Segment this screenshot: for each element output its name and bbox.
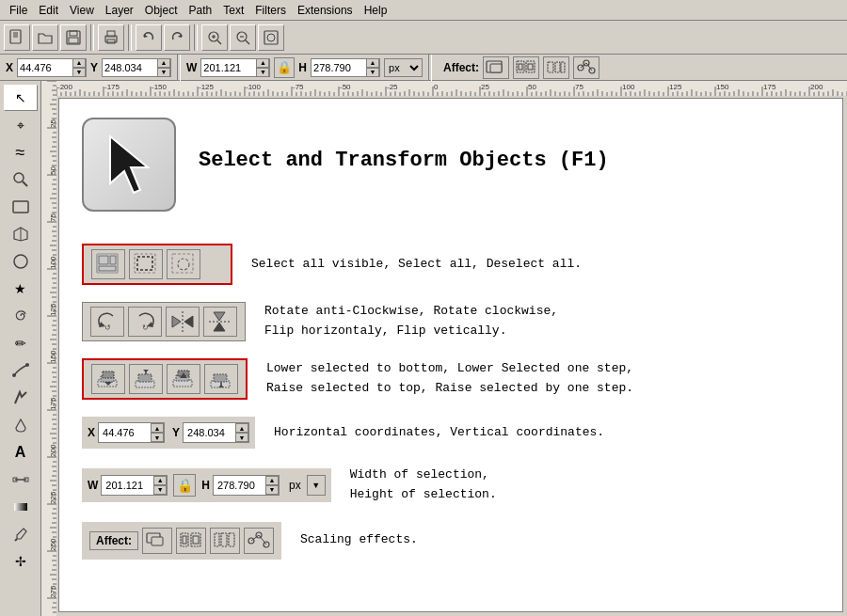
tool-paint-bucket[interactable] xyxy=(4,412,38,438)
y-spin-up[interactable]: ▲ xyxy=(157,58,170,68)
menu-help[interactable]: Help xyxy=(359,2,393,19)
svg-rect-88 xyxy=(193,536,199,544)
w-size-spin-down[interactable]: ▼ xyxy=(153,485,167,495)
svg-rect-52 xyxy=(99,266,116,271)
size-demo-box: W 201.121 ▲ ▼ 🔒 H xyxy=(82,468,331,502)
toolbar-new[interactable] xyxy=(4,24,30,51)
y-input[interactable] xyxy=(103,62,157,73)
x-coord-label: X xyxy=(88,426,95,439)
tool-move[interactable]: ✢ xyxy=(4,548,38,575)
affect-demo-box: Affect: xyxy=(82,522,281,560)
menu-extensions[interactable]: Extensions xyxy=(292,2,359,19)
menu-layer[interactable]: Layer xyxy=(100,2,139,19)
tool-calligraphy[interactable] xyxy=(4,385,38,411)
svg-rect-54 xyxy=(137,257,152,270)
svg-text:↻: ↻ xyxy=(142,324,149,332)
tool-pencil[interactable]: ✏ xyxy=(4,330,38,356)
x-spin-down[interactable]: ▼ xyxy=(72,68,86,77)
menu-view[interactable]: View xyxy=(64,2,100,19)
affect-demo-btn4[interactable] xyxy=(244,528,274,554)
tool-3d-box[interactable] xyxy=(4,221,38,247)
x-coord-field: X 44.476 ▲ ▼ xyxy=(88,422,165,443)
w-size-input[interactable]: 201.121 ▲ ▼ xyxy=(101,475,168,496)
svg-rect-50 xyxy=(99,256,108,264)
w-input[interactable] xyxy=(201,62,256,73)
h-spin-down[interactable]: ▼ xyxy=(366,68,379,77)
tool-star[interactable]: ★ xyxy=(4,276,38,302)
tool-selector[interactable]: ↖ xyxy=(4,85,38,111)
affect-demo-btn1[interactable] xyxy=(142,528,172,554)
tool-circle[interactable] xyxy=(4,248,38,275)
h-input[interactable] xyxy=(312,62,366,73)
svg-rect-90 xyxy=(221,533,227,546)
w-spin-up[interactable]: ▲ xyxy=(256,58,269,68)
tool-gradient[interactable] xyxy=(4,494,38,520)
toolbar-zoom-in[interactable] xyxy=(201,24,228,51)
tool-rect[interactable] xyxy=(4,194,38,220)
lock-icon[interactable]: 🔒 xyxy=(173,474,196,497)
w-size-spin-up[interactable]: ▲ xyxy=(153,476,167,485)
x-label: X xyxy=(6,61,13,74)
toolbar-redo[interactable] xyxy=(164,24,190,51)
x-input[interactable] xyxy=(18,62,72,73)
x-coord-spin-down[interactable]: ▼ xyxy=(151,433,164,442)
y-coord-spin-down[interactable]: ▼ xyxy=(235,433,248,442)
lock-aspect-ratio[interactable]: 🔒 xyxy=(274,57,295,78)
menu-path[interactable]: Path xyxy=(184,2,218,19)
x-spin-up[interactable]: ▲ xyxy=(72,58,86,68)
toolbar-zoom-fit[interactable] xyxy=(258,24,284,51)
h-size-spinners: ▲ ▼ xyxy=(265,476,279,495)
x-coord-spin-up[interactable]: ▲ xyxy=(151,423,164,433)
deselect-all-icon xyxy=(167,249,200,279)
tool-zoom[interactable] xyxy=(4,166,38,193)
toolbar-open[interactable] xyxy=(32,24,58,51)
affect-demo-btn3[interactable] xyxy=(210,528,240,554)
affect-btn4[interactable] xyxy=(573,56,599,79)
menu-filters[interactable]: Filters xyxy=(249,2,292,19)
h-spin-up[interactable]: ▲ xyxy=(366,58,379,68)
svg-rect-25 xyxy=(519,64,522,70)
w-spin-down[interactable]: ▼ xyxy=(256,68,269,77)
menu-file[interactable]: File xyxy=(4,2,33,19)
tool-connector[interactable] xyxy=(4,466,38,493)
toolbar-undo[interactable] xyxy=(136,24,162,51)
menu-edit[interactable]: Edit xyxy=(33,2,64,19)
tool-spiral[interactable] xyxy=(4,303,38,329)
y-coord-input[interactable]: 248.034 ▲ ▼ xyxy=(183,422,249,443)
toolbar-save[interactable] xyxy=(60,24,87,51)
unit-dropdown[interactable]: ▼ xyxy=(307,475,326,496)
toolbar-zoom-out[interactable] xyxy=(230,24,256,51)
svg-point-42 xyxy=(25,363,29,367)
svg-marker-63 xyxy=(184,316,193,327)
canvas-area[interactable]: Select and Transform Objects (F1) xyxy=(41,81,847,616)
y-spin-down[interactable]: ▼ xyxy=(157,68,170,77)
tool-eyedropper[interactable] xyxy=(4,521,38,547)
x-coord-input[interactable]: 44.476 ▲ ▼ xyxy=(98,422,165,443)
affect-btn1[interactable] xyxy=(483,56,509,79)
affect-btn2[interactable] xyxy=(513,56,539,79)
y-label: Y xyxy=(90,61,98,74)
svg-rect-72 xyxy=(138,374,152,382)
w-size-value: 201.121 xyxy=(102,479,153,492)
h-size-spin-down[interactable]: ▼ xyxy=(265,485,279,495)
section4-text: Horizontal coordinates, Vertical coordin… xyxy=(274,423,604,443)
y-coord-spin-up[interactable]: ▲ xyxy=(235,423,248,433)
h-size-input[interactable]: 278.790 ▲ ▼ xyxy=(213,475,280,496)
menu-bar: File Edit View Layer Object Path Text Fi… xyxy=(0,0,847,21)
tool-text[interactable]: A xyxy=(4,439,38,466)
affect-btn3[interactable] xyxy=(543,56,569,79)
tool-tweak[interactable]: ≈ xyxy=(4,139,38,166)
affect-demo-btn2[interactable] xyxy=(176,528,206,554)
unit-select[interactable]: px mm cm in pt xyxy=(384,58,423,77)
h-size-spin-up[interactable]: ▲ xyxy=(265,476,279,485)
h-label: H xyxy=(298,61,307,74)
raise-one-icon xyxy=(204,364,238,394)
tool-node[interactable]: ⌖ xyxy=(4,112,38,138)
affect-demo-label: Affect: xyxy=(89,531,138,550)
svg-rect-26 xyxy=(528,64,533,70)
menu-text[interactable]: Text xyxy=(217,2,249,19)
toolbar-print[interactable] xyxy=(98,24,124,51)
tool-pen[interactable] xyxy=(4,357,38,384)
section1-text: Select all visible, Select all, Deselect… xyxy=(251,255,582,275)
menu-object[interactable]: Object xyxy=(139,2,184,19)
